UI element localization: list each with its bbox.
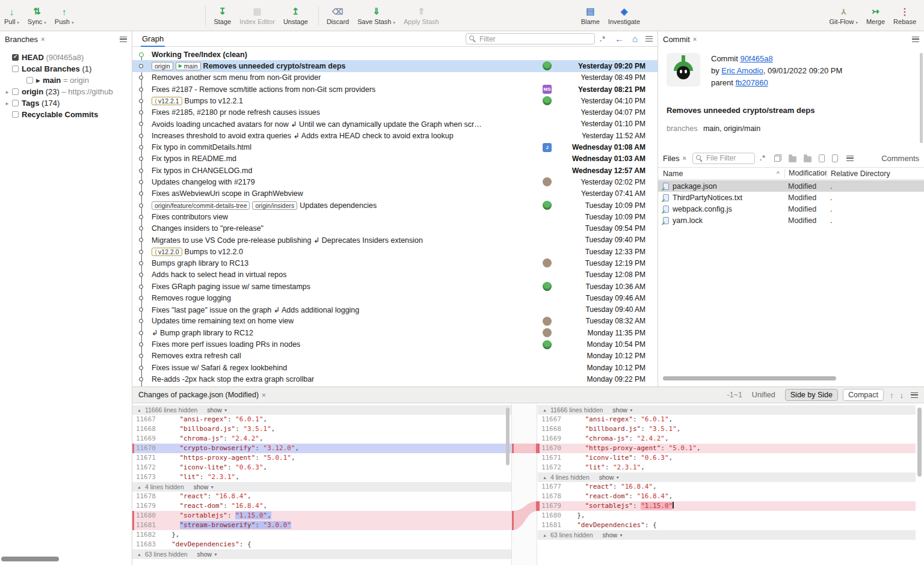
- tag-chip[interactable]: v12.2.1: [152, 97, 182, 105]
- branch-chip[interactable]: origin/feature/commit-details-tree: [152, 201, 250, 210]
- branch-tree-row[interactable]: Recyclable Commits: [0, 109, 132, 120]
- toolbar-button-merge[interactable]: Merge: [862, 1, 889, 30]
- hidden-lines-bar[interactable]: ▲11666 lines hiddenshow▼: [538, 405, 916, 415]
- hidden-lines-bar[interactable]: ▲63 lines hiddenshow▼: [132, 549, 511, 559]
- close-icon[interactable]: [693, 35, 697, 43]
- commit-row[interactable]: ↲ Bump graph library to RC12Monday 11:35…: [132, 327, 658, 338]
- commit-row[interactable]: Removes rogue loggingTuesday 09:46 AM: [132, 292, 658, 304]
- show-link[interactable]: show: [603, 531, 618, 539]
- commit-row[interactable]: Updates time remaining text on home view…: [132, 316, 658, 327]
- toolbar-button-pull[interactable]: Pull▾: [0, 1, 23, 30]
- close-icon[interactable]: [682, 154, 686, 162]
- diff-line[interactable]: 11667 "ansi-regex": "6.0.1",: [538, 415, 916, 424]
- regex-toggle[interactable]: .*: [760, 154, 766, 162]
- commit-row[interactable]: Migrates to use VS Code pre-release publ…: [132, 234, 658, 246]
- diff-line[interactable]: 11671 "iconv-lite": "0.6.3",: [538, 453, 916, 463]
- toolbar-button-git-flow[interactable]: Git-Flow▾: [825, 1, 861, 30]
- horizontal-scrollbar-thumb[interactable]: [1, 557, 59, 561]
- commit-row[interactable]: Fixes #2187 - Remove scm/title actions f…: [132, 84, 658, 95]
- commit-row[interactable]: Fixes GRaph paging issue w/ same timesta…: [132, 281, 658, 292]
- show-link[interactable]: show: [207, 406, 222, 414]
- column-name[interactable]: Name ^: [658, 170, 784, 178]
- show-link[interactable]: show: [197, 551, 212, 558]
- menu-icon[interactable]: [911, 392, 918, 398]
- navigate-home-icon[interactable]: ⌂: [632, 34, 638, 44]
- working-tree-row[interactable]: Working Tree/Index (clean): [132, 49, 658, 60]
- commit-row[interactable]: Fix typo in commitDetails.htmlJWednesday…: [132, 141, 658, 153]
- diff-line[interactable]: 11679 "sortablejs": "1.15.0": [538, 501, 916, 511]
- commit-row[interactable]: origin/feature/commit-details-treeorigin…: [132, 200, 658, 211]
- diff-line[interactable]: 11669 "chroma-js": "2.4.2",: [132, 434, 511, 444]
- commit-row[interactable]: Fixes contributors viewTuesday 10:09 PM: [132, 211, 658, 222]
- diff-line[interactable]: 11673 "lit": "2.3.1",: [132, 472, 511, 482]
- menu-icon[interactable]: [645, 36, 653, 41]
- checkbox[interactable]: [26, 77, 33, 84]
- chevron-right-icon[interactable]: ▸: [4, 89, 11, 95]
- vertical-scrollbar-thumb[interactable]: [920, 53, 923, 143]
- vertical-scrollbar-thumb[interactable]: [506, 408, 510, 465]
- branch-tree-row[interactable]: ▸origin (23) – https://github: [0, 86, 132, 97]
- toolbar-button-unstage[interactable]: Unstage: [279, 1, 312, 30]
- diff-line[interactable]: 11678 "react-dom": "16.8.4",: [538, 492, 916, 501]
- hidden-lines-bar[interactable]: ▲4 lines hiddenshow▼: [538, 472, 916, 482]
- toolbar-button-stage[interactable]: Stage: [209, 1, 235, 30]
- commit-row[interactable]: Fixes issue w/ Safari & regex lookbehind…: [132, 362, 658, 373]
- tab-comments[interactable]: Comments: [881, 154, 919, 163]
- vertical-scrollbar-thumb[interactable]: [917, 408, 922, 477]
- show-link[interactable]: show: [194, 483, 209, 490]
- branch-chip[interactable]: origin: [152, 62, 173, 70]
- next-change-icon[interactable]: ↓: [900, 391, 904, 400]
- commit-row[interactable]: originmainRemoves unneeded crypto/stream…: [132, 60, 658, 72]
- diff-line[interactable]: 11683 "devDependencies": {: [132, 540, 511, 549]
- commit-row[interactable]: v12.2.1Bumps to v12.2.1Yesterday 04:10 P…: [132, 95, 658, 106]
- commit-row[interactable]: v12.2.0Bumps to v12.2.0Tuesday 12:33 PM: [132, 246, 658, 257]
- commit-row[interactable]: Increases threshold to avoid extra queri…: [132, 130, 658, 141]
- commit-row[interactable]: Fixes more perf issues loading PRs in no…: [132, 338, 658, 350]
- toolbar-button-investigate[interactable]: Investigate: [604, 1, 644, 30]
- commit-row[interactable]: Fixes asWebviewUri scope in GraphWebview…: [132, 188, 658, 200]
- branch-tree-row[interactable]: HEAD (90f465a8): [0, 52, 132, 63]
- table-row[interactable]: package.jsonModified.: [658, 180, 924, 192]
- diff-line[interactable]: 11668 "billboard.js": "3.5.1",: [538, 424, 916, 434]
- toolbar-button-save-stash[interactable]: Save Stash▾: [353, 1, 399, 30]
- parent-id-link[interactable]: fb207860: [736, 78, 768, 87]
- horizontal-scrollbar-thumb[interactable]: [663, 376, 836, 380]
- commit-row[interactable]: Fix typos in CHANGELOG.mdWednesday 12:57…: [132, 165, 658, 176]
- checkbox[interactable]: [12, 66, 19, 72]
- commit-row[interactable]: Updates changelog with #2179Yesterday 02…: [132, 176, 658, 188]
- commit-row[interactable]: Fix typos in README.mdWednesday 01:03 AM: [132, 153, 658, 165]
- diff-line[interactable]: 11667 "ansi-regex": "6.0.1",: [132, 415, 511, 424]
- table-row[interactable]: webpack.config.jsModified.: [658, 203, 924, 215]
- branch-tree-row[interactable]: ▶main = origin: [0, 75, 132, 86]
- commit-row[interactable]: Fixes #2185, #2180 pr node refresh cause…: [132, 106, 658, 118]
- diff-line[interactable]: 11681 "stream-browserify": "3.0.0": [132, 521, 511, 530]
- diff-line[interactable]: 11668 "billboard.js": "3.5.1",: [132, 424, 511, 434]
- commit-row[interactable]: Removes another scm menu from non-Git pr…: [132, 72, 658, 84]
- toolbar-button-push[interactable]: Push▾: [51, 1, 78, 30]
- open-external-icon[interactable]: [774, 154, 781, 162]
- diff-line[interactable]: 11679 "react-dom": "16.8.4",: [132, 501, 511, 511]
- diff-line[interactable]: 11672 "lit": "2.3.1",: [538, 463, 916, 472]
- close-icon[interactable]: [262, 391, 265, 399]
- show-link[interactable]: show: [612, 406, 627, 414]
- file-filter-input[interactable]: [705, 153, 751, 163]
- mode-compact[interactable]: Compact: [843, 389, 884, 401]
- diff-line[interactable]: 11682 },: [132, 530, 511, 540]
- commit-row[interactable]: Fixes "last page" issue on the graph ↲ A…: [132, 304, 658, 316]
- folder-icon[interactable]: [789, 156, 796, 162]
- commit-row[interactable]: Re-adds -2px hack stop the extra graph s…: [132, 373, 658, 385]
- close-icon[interactable]: [41, 35, 45, 43]
- diff-line[interactable]: 11669 "chroma-js": "2.4.2",: [538, 434, 916, 444]
- checkbox[interactable]: [12, 88, 19, 95]
- diff-line[interactable]: 11671 "https-proxy-agent": "5.0.1",: [132, 453, 511, 463]
- tab-files[interactable]: Files: [663, 154, 679, 163]
- tab-graph[interactable]: Graph: [137, 31, 168, 47]
- diff-line[interactable]: 11678 "react": "16.8.4",: [132, 492, 511, 501]
- hidden-lines-bar[interactable]: ▲63 lines hiddenshow▼: [538, 530, 916, 540]
- branch-tree-row[interactable]: Local Branches (1): [0, 63, 132, 75]
- show-link[interactable]: show: [599, 474, 614, 481]
- graph-filter-input[interactable]: [478, 34, 591, 44]
- commit-row[interactable]: Removes extra refresh callMonday 10:12 P…: [132, 350, 658, 362]
- hidden-lines-bar[interactable]: ▲4 lines hiddenshow▼: [132, 482, 511, 492]
- table-row[interactable]: ThirdPartyNotices.txtModified.: [658, 192, 924, 203]
